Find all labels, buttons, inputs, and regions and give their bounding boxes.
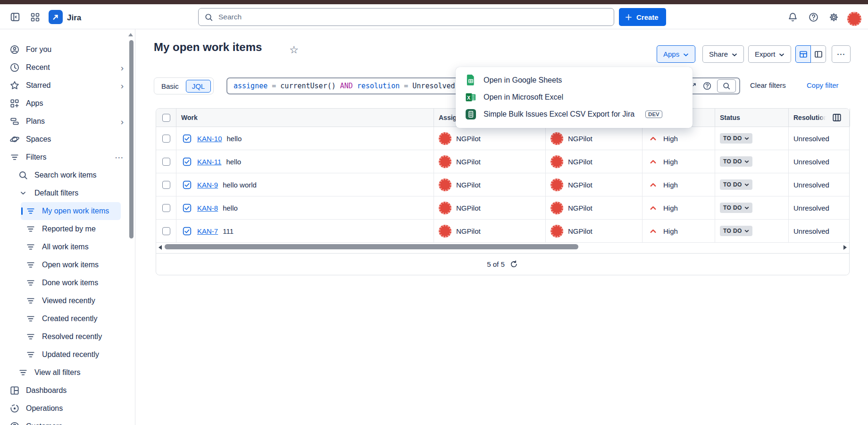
status-dropdown[interactable]: TO DO [720,203,752,213]
row-checkbox[interactable] [162,181,170,189]
assignee-cell[interactable]: NGPilot [434,127,546,150]
sidebar-item-dashboards[interactable]: Dashboards [5,382,130,400]
list-view-toggle-button[interactable] [795,45,811,63]
sidebar-scrollbar[interactable] [129,40,134,238]
share-button[interactable]: Share [702,45,744,63]
priority-cell[interactable]: High [643,220,715,242]
global-search[interactable] [198,8,614,26]
menu-item-open-in-microsoft-excel[interactable]: XOpen in Microsoft Excel [456,89,693,106]
row-checkbox[interactable] [162,227,170,235]
refresh-button[interactable] [509,260,518,269]
favorite-star-button[interactable]: ☆ [287,43,300,57]
work-item-key-link[interactable]: KAN-8 [197,204,218,212]
column-header-work[interactable]: Work [176,109,434,127]
sidebar-item-operations[interactable]: Operations [5,400,130,417]
sidebar-item-viewed-recently[interactable]: Viewed recently [21,292,121,310]
row-checkbox[interactable] [162,158,170,166]
sidebar-item-done-work-items[interactable]: Done work items [21,274,121,292]
horizontal-scrollbar-thumb[interactable] [165,244,578,249]
scroll-right-arrow[interactable] [843,245,847,250]
work-item-key-link[interactable]: KAN-9 [197,181,218,189]
work-item-key-link[interactable]: KAN-11 [197,158,221,166]
status-dropdown[interactable]: TO DO [720,133,752,144]
sidebar-item-view-all-filters[interactable]: View all filters [13,364,130,382]
sidebar-scroll-up-arrow[interactable] [128,33,133,36]
copy-filter-button[interactable]: Copy filter [807,81,839,89]
help-button[interactable] [805,8,822,26]
priority-cell[interactable]: High [643,173,715,196]
reporter-cell[interactable]: NGPilot [546,220,643,242]
sidebar-item-search-work-items[interactable]: Search work items [13,166,130,184]
horizontal-scrollbar[interactable] [156,244,849,251]
collapse-sidebar-button[interactable] [7,8,24,26]
app-switcher-button[interactable] [26,8,43,26]
apps-dropdown-button[interactable]: Apps [657,45,695,63]
sidebar-item-updated-recently[interactable]: Updated recently [21,346,121,364]
jql-token: Unresolved [412,82,455,90]
sidebar-item-default-filters[interactable]: Default filters [13,184,130,202]
reporter-cell[interactable]: NGPilot [546,173,643,196]
jql-mode-tab[interactable]: JQL [186,80,211,93]
user-avatar[interactable] [847,12,861,26]
sidebar-item-all-work-items[interactable]: All work items [21,238,121,256]
syntax-help-button[interactable] [702,81,712,91]
assignee-cell[interactable]: NGPilot [434,150,546,173]
sidebar-item-created-recently[interactable]: Created recently [21,310,121,328]
sidebar-item-my-open-work-items[interactable]: My open work items [21,202,121,220]
basic-mode-tab[interactable]: Basic [157,82,184,90]
sidebar-item-plans[interactable]: Plans› [5,112,130,130]
filter-icon [18,367,28,378]
column-header-status[interactable]: Status [715,109,789,127]
settings-button[interactable] [825,8,842,26]
create-button[interactable]: Create [619,8,666,26]
notifications-button[interactable] [784,8,801,26]
export-button[interactable]: Export [748,45,791,63]
jira-logo[interactable] [49,10,63,24]
detail-view-toggle-button[interactable] [810,45,826,63]
menu-item-open-in-google-sheets[interactable]: Open in Google Sheets [456,72,693,89]
status-dropdown[interactable]: TO DO [720,156,752,167]
assignee-cell[interactable]: NGPilot [434,173,546,196]
row-checkbox[interactable] [162,135,170,143]
run-query-button[interactable] [717,79,736,93]
columns-icon [831,112,843,123]
more-actions-button[interactable]: ⋯ [832,45,851,63]
search-input[interactable] [217,12,608,22]
reporter-cell[interactable]: NGPilot [546,196,643,219]
sidebar-item-customers[interactable]: Customers [5,417,130,425]
sidebar-item-open-work-items[interactable]: Open work items [21,256,121,274]
sidebar-item-recent[interactable]: Recent› [5,59,130,76]
sidebar-item-apps[interactable]: Apps [5,94,130,112]
sidebar-item-resolved-recently[interactable]: Resolved recently [21,328,121,346]
reporter-cell[interactable]: NGPilot [546,150,643,173]
sidebar-item-label: Created recently [42,314,97,323]
status-dropdown[interactable]: TO DO [720,179,752,190]
priority-label: High [663,227,678,235]
more-options-icon[interactable]: ⋯ [115,153,125,162]
column-settings-button[interactable] [826,110,847,125]
sidebar-item-for-you[interactable]: For you [5,41,130,59]
assignee-cell[interactable]: NGPilot [434,196,546,219]
work-cell: KAN-7111 [176,220,434,242]
sidebar-item-starred[interactable]: Starred› [5,76,130,94]
assignee-cell[interactable]: NGPilot [434,220,546,242]
priority-cell[interactable]: High [643,127,715,150]
sidebar-item-reported-by-me[interactable]: Reported by me [21,220,121,238]
sidebar-item-spaces[interactable]: Spaces [5,130,130,148]
reporter-cell[interactable]: NGPilot [546,127,643,150]
priority-cell[interactable]: High [643,196,715,219]
status-label: TO DO [723,158,742,165]
caret-down-small-icon [744,206,749,210]
priority-cell[interactable]: High [643,150,715,173]
filter-icon [25,349,36,360]
sidebar-item-filters[interactable]: Filters⋯ [5,148,130,166]
scroll-left-arrow[interactable] [159,245,162,250]
status-dropdown[interactable]: TO DO [720,226,752,236]
row-checkbox[interactable] [162,204,170,212]
clear-filters-button[interactable]: Clear filters [750,81,786,89]
app-switcher-icon [30,12,40,22]
work-item-key-link[interactable]: KAN-10 [197,135,222,143]
select-all-checkbox[interactable] [162,114,170,122]
menu-item-simple-bulk-issues-excel-csv-export-for-jira[interactable]: Simple Bulk Issues Excel CSV Export for … [456,106,693,123]
work-item-key-link[interactable]: KAN-7 [197,227,218,235]
